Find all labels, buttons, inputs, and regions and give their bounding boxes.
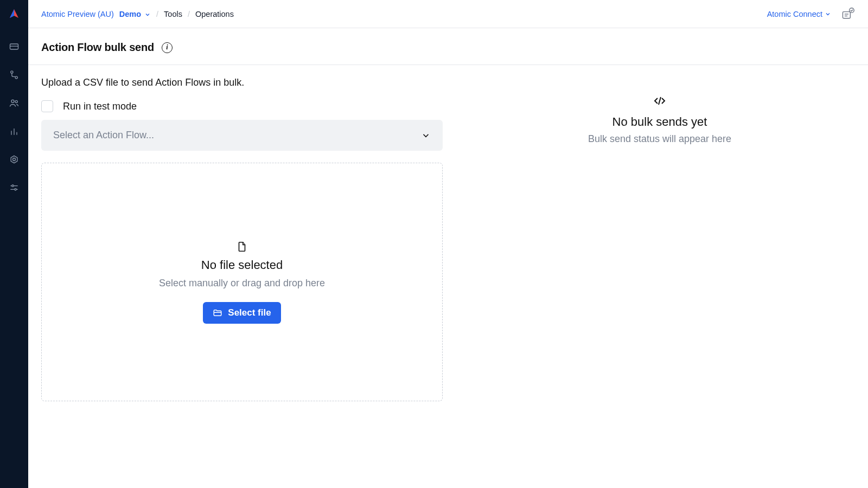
sidebar [0, 0, 28, 488]
file-dropzone[interactable]: No file selected Select manually or drag… [41, 163, 443, 401]
svg-point-18 [850, 8, 854, 12]
connect-label: Atomic Connect [767, 10, 822, 18]
main-area: Atomic Preview (AU) Demo / Tools / Opera… [28, 0, 868, 488]
svg-rect-15 [843, 11, 850, 18]
connect-menu[interactable]: Atomic Connect [767, 10, 831, 18]
content: Upload a CSV file to send Action Flows i… [28, 65, 868, 413]
sliders-icon[interactable] [8, 181, 21, 194]
status-title: No bulk sends yet [612, 115, 707, 129]
status-panel: No bulk sends yet Bulk send status will … [464, 77, 855, 401]
breadcrumb-separator: / [156, 10, 158, 18]
code-icon [653, 94, 666, 107]
dropzone-subtitle: Select manually or drag and drop here [159, 278, 325, 289]
queue-status-icon[interactable] [841, 7, 855, 21]
dropzone-title: No file selected [201, 258, 283, 272]
test-mode-checkbox[interactable] [41, 100, 53, 112]
svg-point-12 [12, 185, 14, 187]
upload-panel: Upload a CSV file to send Action Flows i… [41, 77, 443, 401]
info-icon[interactable]: i [162, 42, 173, 53]
file-icon [236, 241, 248, 253]
breadcrumb-org[interactable]: Atomic Preview (AU) [41, 10, 114, 18]
breadcrumb-section[interactable]: Tools [164, 10, 182, 18]
breadcrumb-env[interactable]: Demo [119, 10, 151, 18]
svg-point-5 [15, 100, 17, 102]
flow-icon[interactable] [8, 68, 21, 81]
breadcrumb-env-label: Demo [119, 10, 141, 18]
cards-icon[interactable] [8, 40, 21, 53]
users-icon[interactable] [8, 97, 21, 110]
svg-point-14 [15, 189, 16, 190]
svg-point-2 [11, 71, 13, 73]
folder-icon [213, 308, 222, 318]
breadcrumb-page[interactable]: Operations [195, 10, 234, 18]
chevron-down-icon [421, 131, 431, 140]
select-file-button[interactable]: Select file [203, 302, 280, 324]
test-mode-label: Run in test mode [63, 101, 137, 112]
breadcrumb: Atomic Preview (AU) Demo / Tools / Opera… [41, 10, 234, 18]
breadcrumb-separator: / [188, 10, 190, 18]
settings-icon[interactable] [8, 153, 21, 166]
select-file-label: Select file [228, 307, 271, 318]
intro-text: Upload a CSV file to send Action Flows i… [41, 77, 443, 88]
svg-rect-0 [10, 44, 18, 49]
page-header: Action Flow bulk send i [28, 28, 868, 65]
select-placeholder: Select an Action Flow... [53, 130, 154, 141]
status-subtitle: Bulk send status will appear here [588, 133, 731, 145]
app-logo[interactable] [8, 8, 21, 21]
svg-point-3 [15, 76, 17, 79]
svg-marker-9 [11, 156, 17, 163]
svg-line-20 [659, 97, 661, 105]
svg-point-10 [13, 158, 16, 161]
action-flow-select[interactable]: Select an Action Flow... [41, 120, 443, 151]
analytics-icon[interactable] [8, 125, 21, 138]
chevron-down-icon [825, 11, 831, 17]
svg-point-4 [11, 100, 14, 102]
test-mode-row: Run in test mode [41, 100, 443, 112]
topbar: Atomic Preview (AU) Demo / Tools / Opera… [28, 0, 868, 28]
page-title: Action Flow bulk send [41, 41, 154, 54]
chevron-down-icon [144, 11, 151, 18]
topbar-right: Atomic Connect [767, 7, 855, 21]
